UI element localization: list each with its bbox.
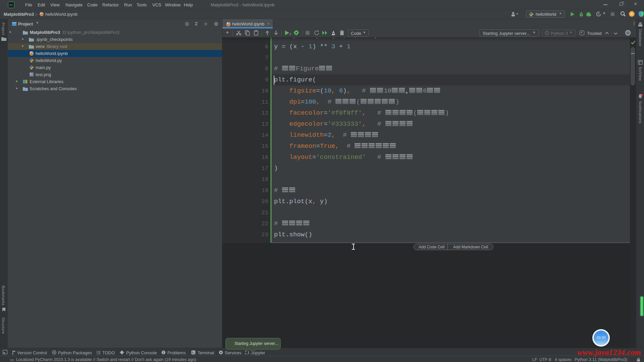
svg-text:PC: PC xyxy=(9,4,13,7)
